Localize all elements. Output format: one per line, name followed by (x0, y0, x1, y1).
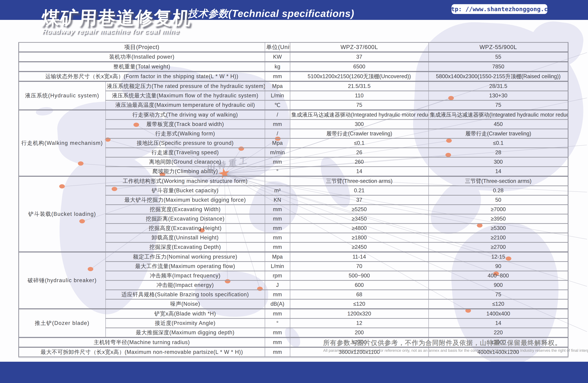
bottom-blue-bar (0, 362, 588, 383)
item-cell: 行走速度(Traveling speed) (105, 148, 265, 157)
value-cell: 400~800 (428, 271, 568, 280)
value-cell: 90 (428, 262, 568, 271)
value-cell: 300 (290, 119, 428, 129)
item-cell: 履带板宽度(Track board width) (105, 119, 265, 129)
spec-row: 破碎锤(hydraulic breaker)额定工作压力(Nominal wor… (19, 252, 568, 262)
value-cell: 7850 (428, 62, 568, 72)
value-cell: 220 (428, 328, 568, 337)
value-cell: ≤120 (290, 299, 428, 309)
value-cell: ≥3950 (428, 214, 568, 224)
col-header-model2: WPZ-55/900L (428, 42, 568, 52)
value-cell: 70 (290, 262, 428, 271)
website-url-box: Http: //www.shantezhonggong.com (452, 4, 547, 14)
item-cell: 最大推掘深度(Maximum digging depth) (105, 328, 265, 337)
value-cell: 三节臂(Three-section arms) (428, 176, 568, 186)
website-url: Http: //www.shantezhonggong.com (444, 6, 555, 13)
value-cell: 450 (428, 119, 568, 129)
unit-cell: mm (265, 242, 290, 252)
item-cell: 额定工作压力(Nominal working pressure) (105, 252, 265, 262)
value-cell: 11-14 (290, 252, 428, 262)
item-cell: 离地间隙(Ground clearance) (105, 157, 265, 167)
value-cell: 200 (290, 328, 428, 337)
item-cell: 整机重量(Total weight) (19, 62, 265, 72)
item-cell: 挖掘宽度(Excavating Width) (105, 205, 265, 214)
unit-cell: Mpa (265, 138, 290, 148)
value-cell: ≥7000 (428, 205, 568, 214)
item-cell: 液压油最高温度(Maximum temperature of hydraulic… (105, 100, 265, 110)
unit-cell: mm (265, 224, 290, 233)
col-header-project: 项目(Project) (19, 42, 265, 52)
value-cell: 集成液压马达减速器驱动(Integrated hydraulic motor r… (428, 110, 568, 119)
table-header-row: 项目(Project) 单位(Unit) WPZ-37/600L WPZ-55/… (19, 42, 568, 52)
spec-row: 推土铲(Dozer blade)铲宽x高(Blade width *H)mm12… (19, 309, 568, 318)
item-cell: 行走形式(Walking form) (105, 129, 265, 138)
value-cell: 14 (428, 167, 568, 176)
unit-cell: m/min (265, 148, 290, 157)
item-cell: 主机转弯半径(Machine turning radius) (19, 337, 265, 347)
value-cell: ≥5250 (290, 205, 428, 214)
spec-row: 行走机构(Walking mechanism)行走驱动方式(The drivin… (19, 110, 568, 119)
value-cell: 0.21 (290, 186, 428, 195)
unit-cell: / (265, 110, 290, 119)
item-cell: 最大工作流量(Maximum operating flow) (105, 262, 265, 271)
value-cell: 75 (428, 290, 568, 299)
item-cell: 最大铲斗挖掘力(Maximum bucket digging force) (105, 195, 265, 205)
value-cell: 1400x400 (428, 309, 568, 318)
value-cell: 履带行走(Crawler traveling) (290, 129, 428, 138)
value-cell: ≥5300 (428, 224, 568, 233)
value-cell: ≤0.1 (428, 138, 568, 148)
item-cell: 噪声(Noise) (105, 299, 265, 309)
unit-cell: Mpa (265, 252, 290, 262)
item-cell: 工作机结构形式(Working machine structure form) (105, 176, 265, 186)
spec-row: 液压系统(Hydraulic system)液压系统额定压力(The rated… (19, 81, 568, 91)
spec-row: 整机重量(Total weight)kg65007850 (19, 62, 568, 72)
value-cell: 75 (290, 100, 428, 110)
unit-cell: mm (265, 309, 290, 318)
value-cell: 50 (428, 195, 568, 205)
page-subtitle: 技术参数(Technical specifications) (188, 7, 354, 20)
cat-cell: 铲斗装载(Bucket loading) (19, 176, 105, 252)
item-cell: 铲斗容量(Bucket capacity) (105, 186, 265, 195)
item-cell: 冲击能(Impact energy) (105, 280, 265, 290)
value-cell: ≥3450 (290, 214, 428, 224)
unit-cell: mm (265, 328, 290, 337)
value-cell: 37 (290, 52, 428, 62)
unit-cell: mm (265, 214, 290, 224)
unit-cell: J (265, 280, 290, 290)
unit-cell: ° (265, 318, 290, 328)
page-title-cn: 煤矿用巷道修复机 (41, 6, 192, 30)
value-cell: 130+30 (428, 91, 568, 100)
item-cell: 冲击频率(Impact frequency) (105, 271, 265, 280)
unit-cell: ° (265, 167, 290, 176)
cat-cell: 推土铲(Dozer blade) (19, 309, 105, 337)
value-cell: ≥1800 (290, 233, 428, 242)
unit-cell: mm (265, 119, 290, 129)
value-cell: ≤0.1 (290, 138, 428, 148)
spec-sheet-page: 山特重工 煤矿用巷道修复机 Roadway repair machine for… (0, 0, 588, 383)
item-cell: 运输状态外形尺寸（长x宽x高）(Form factor in the shipp… (19, 72, 265, 81)
value-cell: ≥4800 (290, 224, 428, 233)
value-cell: 28 (428, 148, 568, 157)
value-cell: 1200x320 (290, 309, 428, 318)
unit-cell: mm (265, 347, 290, 357)
unit-cell: mm (265, 290, 290, 299)
item-cell: 挖掘距离(Excavating Distance) (105, 214, 265, 224)
value-cell: 5100x1200x2150(1260无顶棚(Uncovered)) (290, 72, 428, 81)
item-cell: 液压系统最大流量(Maximum flow of the hydraulic s… (105, 91, 265, 100)
item-cell: 挖掘深度(Excavating Depth) (105, 242, 265, 252)
value-cell: 110 (290, 91, 428, 100)
value-cell: 6500 (290, 62, 428, 72)
item-cell: 接地比压(Specific pressure to ground) (105, 138, 265, 148)
value-cell: 集成液压马达减速器驱动(Integrated hydraulic motor r… (290, 110, 428, 119)
item-cell: 卸载高度(Uninstall Height) (105, 233, 265, 242)
value-cell: 12-15 (428, 252, 568, 262)
value-cell: 12 (290, 318, 428, 328)
unit-cell: rpm (265, 271, 290, 280)
unit-cell: dB(A) (265, 299, 290, 309)
page-title-en: Roadway repair machine for coal mine (42, 28, 180, 35)
disclaimer-cn: 所有参数与图片仅供参考，不作为合同附件及依据，山特重工保留最终解释权。 (323, 339, 555, 347)
unit-cell: KW (265, 52, 290, 62)
unit-cell: mm (265, 157, 290, 167)
value-cell: ≥2450 (290, 242, 428, 252)
item-cell: 最大不可拆卸件尺寸（长x宽x高）(Maximum non-removable p… (19, 347, 265, 357)
